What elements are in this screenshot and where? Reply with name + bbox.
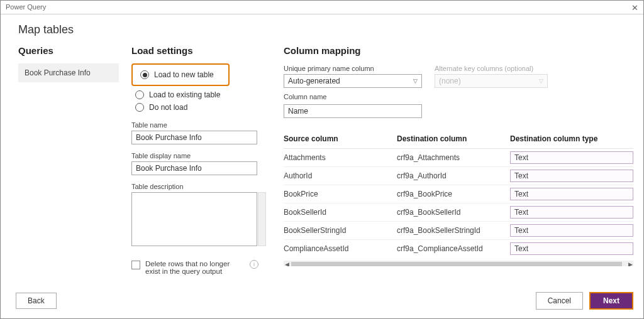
table-display-input[interactable] bbox=[131, 161, 257, 175]
cell-source: BookPrice bbox=[284, 190, 397, 198]
load-settings-panel: Load settings Load to new table Load to … bbox=[131, 45, 276, 290]
cell-type[interactable]: Text bbox=[510, 242, 633, 255]
cell-source: ComplianceAssetId bbox=[284, 244, 397, 253]
chevron-down-icon: ▽ bbox=[413, 78, 418, 84]
table-name-label: Table name bbox=[131, 121, 276, 129]
title-bar: Power Query ✕ bbox=[1, 1, 643, 14]
delete-rows-label: Delete rows that no longer exist in the … bbox=[145, 260, 246, 275]
cell-destination: crf9a_BookSellerStringId bbox=[397, 226, 510, 235]
mapping-heading: Column mapping bbox=[284, 45, 633, 56]
cell-type[interactable]: Text bbox=[510, 170, 633, 182]
radio-label: Load to new table bbox=[154, 70, 214, 79]
queries-heading: Queries bbox=[18, 45, 131, 56]
alt-key-label: Alternate key columns (optional) bbox=[435, 65, 548, 72]
table-name-input[interactable] bbox=[131, 131, 257, 144]
radio-label: Do not load bbox=[149, 103, 187, 112]
th-source: Source column bbox=[284, 134, 397, 143]
radio-do-not-load[interactable]: Do not load bbox=[131, 101, 276, 114]
cell-destination: crf9a_BookPrice bbox=[397, 190, 510, 198]
scroll-thumb[interactable] bbox=[291, 262, 622, 266]
table-row[interactable]: AuthorIdcrf9a_AuthorIdText bbox=[284, 167, 633, 185]
radio-label: Load to existing table bbox=[149, 90, 220, 99]
dropdown-value: Auto-generated bbox=[288, 77, 340, 85]
cell-type[interactable]: Text bbox=[510, 188, 633, 200]
main: Queries Book Purchase Info Load settings… bbox=[1, 45, 643, 290]
info-icon[interactable]: i bbox=[250, 260, 258, 269]
table-desc-input[interactable] bbox=[131, 192, 257, 246]
chevron-down-icon: ▽ bbox=[539, 78, 543, 84]
table-desc-label: Table description bbox=[131, 183, 276, 190]
table-row[interactable]: ComplianceAssetIdcrf9a_ComplianceAssetId… bbox=[284, 240, 633, 256]
query-item[interactable]: Book Purchase Info bbox=[18, 63, 119, 82]
scroll-right-icon[interactable]: ▶ bbox=[627, 261, 633, 266]
mapping-table: Source column Destination column Destina… bbox=[284, 134, 633, 266]
table-row[interactable]: BookPricecrf9a_BookPriceText bbox=[284, 185, 633, 203]
alt-key-dropdown: (none) ▽ bbox=[435, 74, 548, 88]
checkbox-icon[interactable] bbox=[131, 261, 140, 269]
radio-load-new[interactable]: Load to new table bbox=[136, 68, 225, 81]
page-title: Map tables bbox=[1, 14, 643, 45]
delete-rows-row[interactable]: Delete rows that no longer exist in the … bbox=[131, 260, 276, 275]
cell-type[interactable]: Text bbox=[510, 224, 633, 237]
scroll-left-icon[interactable]: ◀ bbox=[284, 261, 290, 266]
back-button[interactable]: Back bbox=[16, 293, 57, 309]
th-type: Destination column type bbox=[510, 134, 633, 143]
column-mapping-panel: Column mapping Unique primary name colum… bbox=[284, 45, 633, 290]
primary-col-label: Unique primary name column bbox=[284, 65, 422, 72]
table-row[interactable]: BookSellerStringIdcrf9a_BookSellerString… bbox=[284, 222, 633, 240]
window: Power Query ✕ Map tables Queries Book Pu… bbox=[0, 0, 644, 319]
close-icon[interactable]: ✕ bbox=[631, 3, 638, 14]
cell-type[interactable]: Text bbox=[510, 151, 633, 164]
cell-type[interactable]: Text bbox=[510, 206, 633, 219]
primary-col-dropdown[interactable]: Auto-generated ▽ bbox=[284, 74, 422, 88]
dropdown-value: (none) bbox=[439, 77, 461, 85]
window-title: Power Query bbox=[6, 3, 46, 14]
cell-source: BookSellerStringId bbox=[284, 226, 397, 235]
cell-source: Attachments bbox=[284, 153, 397, 162]
cell-destination: crf9a_AuthorId bbox=[397, 171, 510, 180]
table-header: Source column Destination column Destina… bbox=[284, 134, 633, 149]
footer: Back Cancel Next bbox=[16, 292, 633, 310]
load-settings-heading: Load settings bbox=[131, 45, 276, 56]
scrollbar[interactable] bbox=[258, 192, 266, 246]
table-row[interactable]: BookSellerIdcrf9a_BookSellerIdText bbox=[284, 203, 633, 222]
mapping-top-fields: Unique primary name column Auto-generate… bbox=[284, 65, 633, 118]
cell-source: BookSellerId bbox=[284, 208, 397, 217]
cell-destination: crf9a_ComplianceAssetId bbox=[397, 244, 510, 253]
cell-destination: crf9a_BookSellerId bbox=[397, 208, 510, 217]
cell-source: AuthorId bbox=[284, 171, 397, 180]
queries-panel: Queries Book Purchase Info bbox=[18, 45, 131, 290]
table-display-label: Table display name bbox=[131, 152, 276, 160]
table-row[interactable]: Attachmentscrf9a_AttachmentsText bbox=[284, 149, 633, 167]
load-radio-group: Load to new table bbox=[131, 63, 230, 86]
col-name-input[interactable] bbox=[284, 104, 422, 118]
radio-icon bbox=[140, 70, 149, 79]
radio-icon bbox=[135, 103, 144, 112]
next-button[interactable]: Next bbox=[589, 292, 633, 310]
horizontal-scrollbar[interactable]: ◀ ▶ bbox=[284, 261, 633, 266]
th-destination: Destination column bbox=[397, 134, 510, 143]
table-body[interactable]: Attachmentscrf9a_AttachmentsTextAuthorId… bbox=[284, 149, 633, 256]
cell-destination: crf9a_Attachments bbox=[397, 153, 510, 162]
cancel-button[interactable]: Cancel bbox=[536, 292, 583, 310]
col-name-label: Column name bbox=[284, 93, 422, 100]
radio-icon bbox=[135, 90, 144, 99]
radio-load-existing[interactable]: Load to existing table bbox=[131, 89, 276, 101]
